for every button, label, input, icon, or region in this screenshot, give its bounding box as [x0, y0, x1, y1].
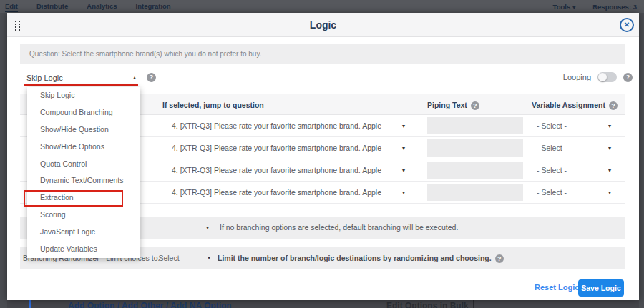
chevron-down-icon: [208, 247, 210, 269]
variable-assignment-select[interactable]: - Select -: [530, 182, 623, 204]
piping-text-input[interactable]: [427, 162, 523, 179]
chevron-down-icon: [402, 137, 405, 159]
close-icon[interactable]: [620, 18, 634, 32]
default-branching-note: If no branching options are selected, de…: [220, 217, 458, 239]
randomizer-note: Limit the number of branch/logic destina…: [218, 247, 504, 269]
nav-edit[interactable]: Edit: [5, 1, 18, 12]
piping-text-input[interactable]: [427, 139, 523, 157]
nav-distribute[interactable]: Distribute: [36, 1, 68, 12]
menu-item-javascript-logic[interactable]: JavaScript Logic: [27, 224, 140, 241]
chevron-down-icon: [608, 137, 611, 159]
piping-text-input[interactable]: [427, 117, 523, 134]
top-nav: Edit Distribute Analytics Integration: [0, 1, 171, 12]
modal-title: Logic: [7, 13, 639, 37]
chevron-down-icon: [608, 115, 611, 137]
chevron-up-icon: [133, 74, 136, 81]
piping-text-input[interactable]: [427, 184, 523, 201]
menu-item-quota-control[interactable]: Quota Control: [27, 156, 140, 173]
menu-item-dynamic-text-comments[interactable]: Dynamic Text/Comments: [27, 172, 140, 189]
menu-item-scoring[interactable]: Scoring: [27, 207, 140, 224]
topbar-right: Tools Responses: 3: [553, 3, 644, 11]
looping-toggle[interactable]: [597, 72, 617, 82]
looping-control: Looping: [563, 72, 633, 82]
add-option-links[interactable]: Add Option / Add Other / Add NA Option: [68, 301, 232, 308]
save-logic-button[interactable]: Save Logic: [578, 279, 624, 297]
looping-help-icon[interactable]: [623, 73, 633, 82]
menu-item-show-hide-question[interactable]: Show/Hide Question: [27, 121, 140, 139]
header-piping-text: Piping Text: [427, 94, 479, 116]
chevron-down-icon: [402, 159, 405, 182]
logic-modal: Logic Question: Select the smartphone br…: [7, 13, 639, 300]
piping-help-icon[interactable]: [471, 101, 479, 110]
chevron-down-icon: [402, 115, 405, 137]
tools-menu[interactable]: Tools: [553, 3, 576, 11]
randomizer-select[interactable]: - Select -: [151, 247, 214, 269]
variable-help-icon[interactable]: [609, 101, 618, 110]
randomizer-help-icon[interactable]: [495, 254, 504, 263]
reset-logic-button[interactable]: Reset Logic: [535, 280, 579, 294]
logic-type-menu: Skip Logic Compound Branching Show/Hide …: [27, 87, 140, 258]
responses-count[interactable]: Responses: 3: [592, 3, 637, 11]
page-background-right: [639, 13, 644, 308]
question-context-bar: Question: Select the smartphone brand(s)…: [20, 44, 625, 64]
toggle-knob-icon: [598, 73, 607, 81]
drag-handle-icon[interactable]: [15, 21, 21, 30]
page-background-left: [0, 13, 7, 308]
header-variable-assignment: Variable Assignment: [532, 94, 618, 116]
logic-type-value: Skip Logic: [24, 71, 138, 84]
menu-item-compound-branching[interactable]: Compound Branching: [27, 104, 140, 121]
menu-item-extraction[interactable]: Extraction: [27, 189, 140, 207]
variable-assignment-select[interactable]: - Select -: [530, 115, 623, 137]
page-background-bottom: Add Option / Add Other / Add NA Option E…: [7, 300, 639, 308]
app-screen: Edit Distribute Analytics Integration To…: [0, 0, 644, 308]
looping-label: Looping: [563, 73, 591, 81]
chevron-down-icon: [608, 159, 611, 182]
nav-integration[interactable]: Integration: [136, 1, 171, 12]
chevron-down-icon: [402, 182, 405, 204]
background-divider: [473, 300, 474, 308]
logic-type-help-icon[interactable]: [147, 73, 156, 82]
option-marker-bar: [29, 300, 31, 308]
menu-item-show-hide-options[interactable]: Show/Hide Options: [27, 139, 140, 156]
modal-header: Logic: [7, 13, 639, 37]
chevron-down-icon: [608, 182, 611, 204]
default-branching-select[interactable]: [206, 217, 209, 239]
logic-type-select[interactable]: Skip Logic: [24, 71, 138, 86]
top-navbar: Edit Distribute Analytics Integration To…: [0, 0, 644, 13]
menu-item-skip-logic[interactable]: Skip Logic: [27, 87, 140, 104]
variable-assignment-select[interactable]: - Select -: [530, 137, 623, 159]
menu-item-update-variables[interactable]: Update Variables: [27, 241, 140, 258]
header-jump-to-question: If selected, jump to question: [162, 94, 264, 116]
variable-assignment-select[interactable]: - Select -: [530, 159, 623, 182]
edit-options-bulk-link[interactable]: Edit Options in Bulk: [386, 301, 469, 308]
nav-analytics[interactable]: Analytics: [87, 1, 117, 12]
